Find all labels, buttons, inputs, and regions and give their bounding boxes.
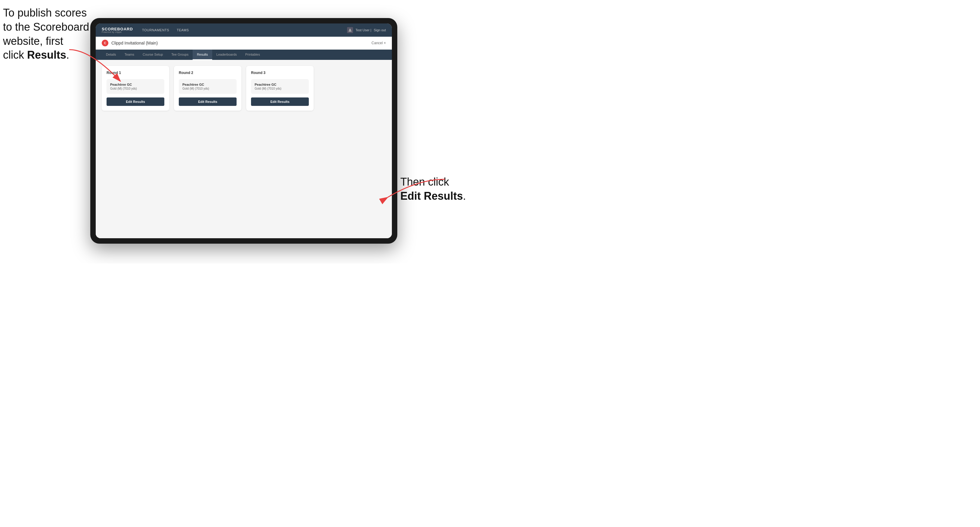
tab-course-setup[interactable]: Course Setup xyxy=(138,50,167,60)
cancel-button[interactable]: Cancel × xyxy=(371,41,386,45)
round-card-3: Round 3 Peachtree GC Gold (M) (7010 yds)… xyxy=(246,66,313,111)
course-card-2: Peachtree GC Gold (M) (7010 yds) xyxy=(179,79,237,94)
course-card-3: Peachtree GC Gold (M) (7010 yds) xyxy=(251,79,309,94)
scoreboard-logo: SCOREBOARD Powered by clippd xyxy=(102,27,133,33)
tab-results[interactable]: Results xyxy=(192,50,212,60)
user-name: Test User | xyxy=(355,28,371,32)
arrow2 xyxy=(382,176,448,203)
round-card-2: Round 2 Peachtree GC Gold (M) (7010 yds)… xyxy=(174,66,242,111)
sign-out-link[interactable]: Sign out xyxy=(374,28,386,32)
nav-tournaments[interactable]: TOURNAMENTS xyxy=(142,28,169,32)
edit-results-button-3[interactable]: Edit Results xyxy=(251,97,309,106)
course-details-3: Gold (M) (7010 yds) xyxy=(255,87,305,90)
tablet-device: SCOREBOARD Powered by clippd TOURNAMENTS… xyxy=(90,18,397,244)
round-3-title: Round 3 xyxy=(251,71,309,75)
tab-bar: Details Teams Course Setup Tee Groups Re… xyxy=(96,50,392,60)
course-details-1: Gold (M) (7010 yds) xyxy=(110,87,161,90)
rounds-grid: Round 1 Peachtree GC Gold (M) (7010 yds)… xyxy=(102,66,386,111)
main-content: Round 1 Peachtree GC Gold (M) (7010 yds)… xyxy=(96,60,392,238)
user-avatar xyxy=(347,27,353,33)
tab-tee-groups[interactable]: Tee Groups xyxy=(167,50,192,60)
tournament-name: Clippd Invitational (Main) xyxy=(111,41,371,45)
course-name-3: Peachtree GC xyxy=(255,83,305,86)
tab-leaderboards[interactable]: Leaderboards xyxy=(212,50,241,60)
course-name-2: Peachtree GC xyxy=(182,83,233,86)
edit-results-button-1[interactable]: Edit Results xyxy=(107,97,164,106)
round-2-title: Round 2 xyxy=(179,71,237,75)
nav-teams[interactable]: TEAMS xyxy=(177,28,189,32)
nav-right: Test User | Sign out xyxy=(347,27,386,33)
nav-links: TOURNAMENTS TEAMS xyxy=(142,28,347,32)
svg-point-2 xyxy=(350,29,351,30)
empty-column xyxy=(318,66,386,111)
tournament-header: C Clippd Invitational (Main) Cancel × xyxy=(96,37,392,50)
course-details-2: Gold (M) (7010 yds) xyxy=(182,87,233,90)
tournament-icon: C xyxy=(102,40,108,46)
logo-text: SCOREBOARD xyxy=(102,27,133,31)
edit-results-button-2[interactable]: Edit Results xyxy=(179,97,237,106)
logo-sub: Powered by clippd xyxy=(102,31,133,33)
tablet-screen: SCOREBOARD Powered by clippd TOURNAMENTS… xyxy=(96,24,392,238)
arrow1 xyxy=(66,47,132,86)
top-nav: SCOREBOARD Powered by clippd TOURNAMENTS… xyxy=(96,24,392,37)
tab-printables[interactable]: Printables xyxy=(241,50,264,60)
